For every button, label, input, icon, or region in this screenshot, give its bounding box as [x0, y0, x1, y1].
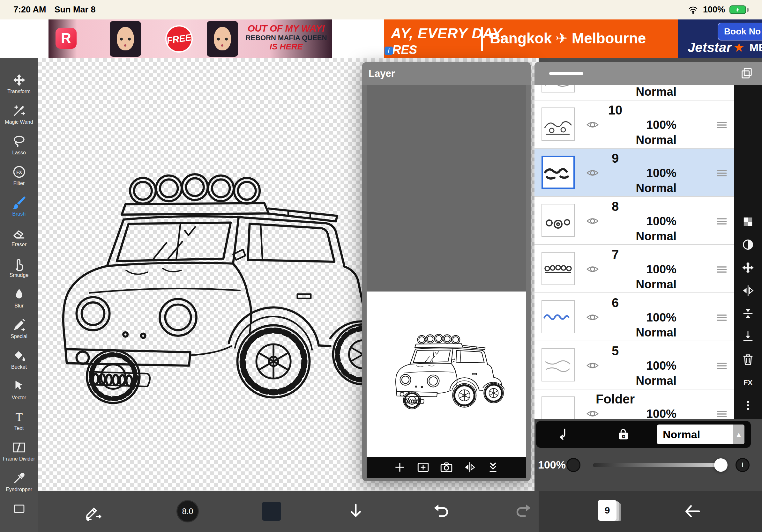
layer-list-header[interactable] — [534, 62, 762, 85]
tool-transform[interactable]: Transform — [0, 73, 38, 103]
layer-thumbnail[interactable] — [542, 85, 575, 93]
tool-extra[interactable] — [0, 501, 38, 532]
merge-vertical-icon[interactable] — [741, 306, 755, 320]
layer-drag-handle-icon[interactable] — [715, 262, 729, 277]
move-icon[interactable] — [741, 261, 755, 275]
visibility-eye-icon[interactable] — [586, 262, 599, 276]
layer-drag-handle-icon[interactable] — [715, 407, 729, 419]
layer-row-6[interactable]: 6100%Normal — [534, 293, 734, 341]
tool-magic-wand[interactable]: Magic Wand — [0, 103, 38, 134]
layer-thumbnail[interactable] — [542, 204, 575, 237]
ad-left[interactable]: R FREE OUT OF MY WAY! REBORN MAFIA QUEEN… — [48, 20, 332, 58]
layer-thumbnail[interactable] — [542, 348, 575, 381]
tool-vector[interactable]: Vector — [0, 379, 38, 410]
blend-mode-select[interactable]: Normal ▲ — [657, 425, 744, 444]
add-icon[interactable] — [393, 461, 407, 474]
layer-drag-handle-icon[interactable] — [715, 166, 729, 180]
add-layer-icon[interactable] — [417, 461, 430, 474]
clipping-icon[interactable] — [556, 428, 570, 441]
ad-info-icon[interactable]: i — [385, 46, 393, 55]
layer-thumbnail[interactable] — [542, 252, 575, 285]
flip-horizontal-icon[interactable] — [741, 284, 755, 298]
layer-thumbnail[interactable] — [542, 396, 575, 419]
fx-icon[interactable]: FX — [741, 375, 755, 389]
status-bar: 7:20 AM Sun Mar 8 100% — [0, 0, 762, 20]
layer-opacity: 100% — [646, 263, 676, 276]
layer-row-folder[interactable]: Folder100% — [534, 389, 734, 419]
layer-row-9[interactable]: 9100%Normal — [534, 149, 734, 197]
layer-panel-header[interactable]: Layer — [362, 62, 531, 85]
layer-preview-canvas[interactable] — [367, 292, 526, 457]
opacity-minus-button[interactable]: − — [567, 458, 580, 472]
tool-eyedropper[interactable]: Eyedropper — [0, 471, 38, 501]
layer-row-7[interactable]: 7100%Normal — [534, 245, 734, 293]
import-icon[interactable] — [741, 329, 755, 344]
layer-row-partial[interactable]: Normal — [534, 85, 734, 100]
layers-button[interactable]: 9 — [598, 500, 617, 521]
svg-text:FX: FX — [743, 378, 752, 386]
layer-drag-handle-icon[interactable] — [715, 310, 729, 325]
down-arrow-button[interactable] — [346, 502, 365, 521]
camera-icon[interactable] — [440, 461, 453, 474]
layer-thumbnail[interactable] — [542, 107, 575, 141]
battery-icon — [729, 5, 749, 14]
tool-blur[interactable]: Blur — [0, 287, 38, 318]
undo-button[interactable] — [431, 502, 450, 521]
layer-row-8[interactable]: 8100%Normal — [534, 197, 734, 245]
tool-filter[interactable]: FXFilter — [0, 165, 38, 195]
layer-row-10[interactable]: 10100%Normal — [534, 100, 734, 149]
tool-label: Bucket — [11, 364, 27, 370]
opacity-slider-knob[interactable] — [714, 458, 727, 472]
flip-horizontal-icon[interactable] — [463, 461, 476, 474]
layer-thumbnail[interactable] — [542, 300, 575, 333]
drag-handle[interactable] — [549, 72, 583, 75]
visibility-eye-icon[interactable] — [586, 166, 599, 179]
trash-icon[interactable] — [741, 353, 755, 366]
bottom-toolbar: 8.0 — [38, 491, 539, 532]
layer-row-cut[interactable]: Normal — [534, 85, 734, 100]
visibility-eye-icon[interactable] — [586, 407, 599, 419]
layer-row-5[interactable]: 5100%Normal — [534, 341, 734, 389]
alpha-lock-icon[interactable]: α — [617, 428, 631, 441]
ad-navy-block: Book No Jetstar★ME — [678, 20, 762, 58]
brush-eraser-toggle[interactable] — [84, 502, 104, 521]
layer-drag-handle-icon[interactable] — [715, 214, 729, 229]
visibility-eye-icon[interactable] — [586, 359, 599, 372]
ad-right-jetstar[interactable]: AY, EVERY DAY, RES i Bangkok✈Melbourne B… — [384, 20, 762, 58]
tool-smudge[interactable]: Smudge — [0, 256, 38, 287]
redo-button[interactable] — [515, 502, 534, 521]
book-now-button[interactable]: Book No — [718, 23, 762, 40]
tool-label: Brush — [12, 211, 26, 217]
layer-drag-handle-icon[interactable] — [715, 118, 729, 132]
tool-frame-divider[interactable]: Frame Divider — [0, 440, 38, 471]
layer-panel: Layer — [362, 62, 531, 481]
merge-down-icon[interactable] — [486, 461, 500, 474]
layer-drag-handle-icon[interactable] — [715, 359, 729, 373]
brush-size-button[interactable]: 8.0 — [177, 500, 199, 522]
blend-bar: α Normal ▲ — [536, 421, 751, 448]
ad-text-block: OUT OF MY WAY! REBORN MAFIA QUEEN IS HER… — [242, 23, 331, 52]
duplicate-icon[interactable] — [740, 66, 754, 80]
visibility-eye-icon[interactable] — [586, 311, 599, 324]
tool-special[interactable]: Special — [0, 318, 38, 348]
tool-label: Vector — [12, 395, 26, 401]
tool-bucket[interactable]: Bucket — [0, 348, 38, 379]
visibility-eye-icon[interactable] — [586, 118, 599, 131]
contrast-icon[interactable] — [741, 237, 755, 252]
tool-text[interactable]: TText — [0, 410, 38, 440]
color-swatch[interactable] — [262, 502, 281, 521]
back-button[interactable] — [682, 502, 703, 521]
checker-icon[interactable] — [741, 215, 755, 229]
opacity-plus-button[interactable]: + — [735, 458, 750, 472]
tool-lasso[interactable]: Lasso — [0, 134, 38, 165]
layer-thumbnail[interactable] — [542, 156, 575, 189]
jetstar-logo: Jetstar★ME — [688, 40, 762, 55]
tool-brush[interactable]: Brush — [0, 195, 38, 226]
vector-icon — [12, 379, 27, 394]
tool-eraser[interactable]: Eraser — [0, 226, 38, 256]
layer-blend-mode: Normal — [636, 374, 676, 387]
blend-stepper[interactable]: ▲ — [733, 425, 744, 444]
more-icon[interactable] — [741, 398, 755, 412]
opacity-slider[interactable] — [593, 463, 724, 467]
visibility-eye-icon[interactable] — [586, 214, 599, 228]
